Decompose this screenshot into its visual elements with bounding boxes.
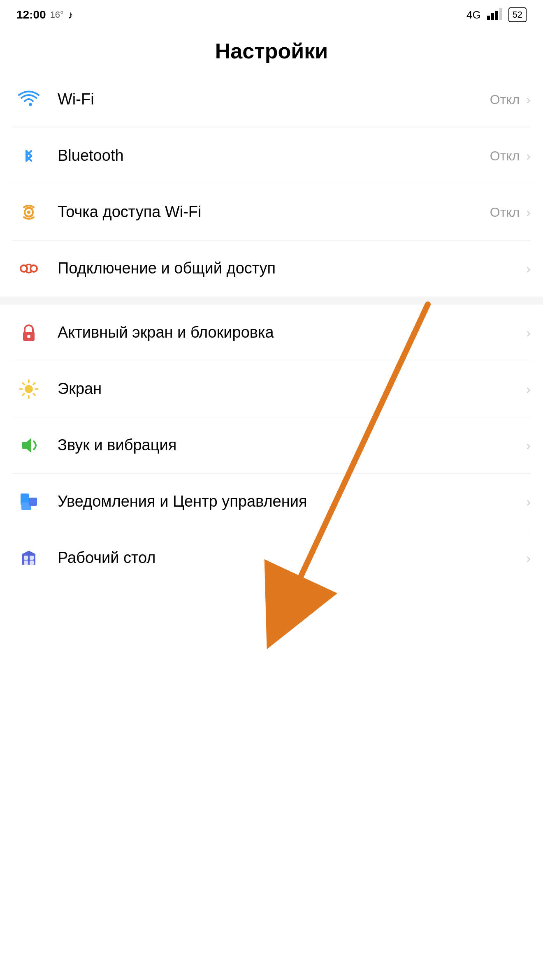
desktop-icon <box>12 542 45 575</box>
svg-rect-30 <box>30 561 34 565</box>
sound-label-container: Звук и вибрация <box>58 435 526 455</box>
display-right: › <box>526 382 531 397</box>
connection-label: Подключение и общий доступ <box>58 259 276 277</box>
sound-icon <box>12 429 45 462</box>
connection-right: › <box>526 261 531 276</box>
svg-rect-2 <box>491 13 494 20</box>
wifi-right: Откл › <box>490 92 531 107</box>
desktop-label: Рабочий стол <box>58 549 156 566</box>
hotspot-status: Откл <box>490 205 520 220</box>
svg-line-18 <box>33 394 35 395</box>
signal-icon: 4G <box>466 8 481 22</box>
settings-item-wifi[interactable]: Wi-Fi Откл › <box>12 72 531 128</box>
svg-rect-29 <box>24 561 28 565</box>
tiktok-icon: ♪ <box>68 9 73 21</box>
status-bar: 12:00 16° ♪ 4G 52 <box>0 0 543 26</box>
hotspot-right: Откл › <box>490 205 531 220</box>
settings-list-2: Активный экран и блокировка › Экран › <box>0 305 543 586</box>
connection-chevron-icon: › <box>526 261 531 276</box>
svg-rect-25 <box>21 493 29 502</box>
wifi-label-container: Wi-Fi <box>58 89 490 109</box>
hotspot-label-container: Точка доступа Wi-Fi <box>58 202 490 222</box>
svg-point-12 <box>25 385 33 393</box>
bluetooth-label-container: Bluetooth <box>58 146 490 166</box>
desktop-label-container: Рабочий стол <box>58 548 526 568</box>
display-chevron-icon: › <box>526 382 531 397</box>
desktop-right: › <box>526 551 531 566</box>
settings-item-connection[interactable]: Подключение и общий доступ › <box>12 241 531 297</box>
svg-rect-1 <box>487 16 490 20</box>
svg-point-7 <box>27 211 30 214</box>
lockscreen-chevron-icon: › <box>526 325 531 341</box>
notifications-label: Уведомления и Центр управления <box>58 493 307 510</box>
lockscreen-label-container: Активный экран и блокировка <box>58 322 526 343</box>
settings-item-notifications[interactable]: Уведомления и Центр управления › <box>12 474 531 530</box>
wifi-status: Откл <box>490 92 520 107</box>
display-label-container: Экран <box>58 379 526 399</box>
svg-line-20 <box>23 394 24 395</box>
lockscreen-label: Активный экран и блокировка <box>58 324 274 341</box>
hotspot-icon <box>12 196 45 229</box>
time-label: 12:00 <box>16 8 46 21</box>
temp-label: 16° <box>50 9 64 20</box>
battery-indicator: 52 <box>508 7 527 22</box>
bluetooth-label: Bluetooth <box>58 147 124 164</box>
svg-rect-26 <box>29 498 37 506</box>
lockscreen-right: › <box>526 325 531 341</box>
display-icon <box>12 373 45 405</box>
lock-icon <box>12 316 45 349</box>
svg-line-17 <box>23 383 24 385</box>
hotspot-label: Точка доступа Wi-Fi <box>58 203 202 220</box>
svg-rect-27 <box>24 556 28 560</box>
settings-list: Wi-Fi Откл › Bluetooth Откл › <box>0 72 543 297</box>
page-title: Настройки <box>0 26 543 72</box>
svg-text:4G: 4G <box>466 9 481 19</box>
svg-rect-28 <box>30 556 34 560</box>
connection-icon <box>12 252 45 285</box>
bluetooth-right: Откл › <box>490 148 531 164</box>
desktop-chevron-icon: › <box>526 551 531 566</box>
notifications-chevron-icon: › <box>526 494 531 510</box>
battery-level: 52 <box>513 9 522 20</box>
sound-label: Звук и вибрация <box>58 436 176 454</box>
bluetooth-status: Откл <box>490 148 520 164</box>
settings-item-sound[interactable]: Звук и вибрация › <box>12 417 531 474</box>
svg-marker-21 <box>22 438 31 453</box>
svg-rect-3 <box>495 11 498 20</box>
settings-item-desktop[interactable]: Рабочий стол › <box>12 530 531 586</box>
sound-right: › <box>526 438 531 453</box>
display-label: Экран <box>58 380 102 397</box>
settings-item-hotspot[interactable]: Точка доступа Wi-Fi Откл › <box>12 184 531 241</box>
svg-rect-4 <box>499 8 502 20</box>
wifi-chevron-icon: › <box>526 92 531 107</box>
settings-item-display[interactable]: Экран › <box>12 361 531 417</box>
signal-bars-icon <box>487 8 503 21</box>
section-divider-1 <box>0 297 543 305</box>
status-left: 12:00 16° ♪ <box>16 8 73 21</box>
wifi-icon <box>12 83 45 116</box>
settings-item-bluetooth[interactable]: Bluetooth Откл › <box>12 128 531 184</box>
svg-point-11 <box>27 335 30 338</box>
connection-label-container: Подключение и общий доступ <box>58 258 526 278</box>
bluetooth-icon <box>12 139 45 172</box>
sound-chevron-icon: › <box>526 438 531 453</box>
settings-item-lockscreen[interactable]: Активный экран и блокировка › <box>12 305 531 361</box>
hotspot-chevron-icon: › <box>526 205 531 220</box>
bluetooth-chevron-icon: › <box>526 148 531 164</box>
notifications-right: › <box>526 494 531 510</box>
status-right: 4G 52 <box>466 7 527 22</box>
notifications-icon <box>12 485 45 518</box>
svg-line-19 <box>33 383 35 385</box>
wifi-label: Wi-Fi <box>58 90 94 108</box>
notifications-label-container: Уведомления и Центр управления <box>58 491 526 512</box>
